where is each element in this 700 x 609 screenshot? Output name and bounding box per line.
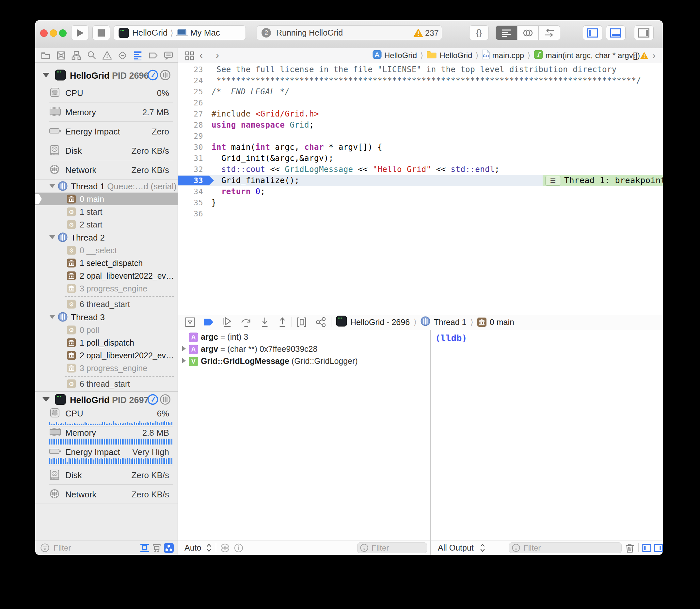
line-number[interactable]: 24	[178, 75, 203, 86]
breadcrumb-item[interactable]: C++main.cpp	[482, 50, 524, 62]
code-snippets-button[interactable]: {}	[469, 25, 489, 40]
toggle-inspector-button[interactable]	[634, 25, 654, 40]
stack-frame-row[interactable]: 2 opal_libevent2022_ev…	[35, 349, 178, 362]
console-filter-input[interactable]	[523, 543, 609, 553]
process-row[interactable]: HelloGrid PID 2696	[35, 68, 178, 83]
stack-frame-row[interactable]: ⚙ 6 thread_start	[35, 298, 178, 310]
back-button[interactable]: ‹	[200, 50, 203, 61]
stack-frame-row[interactable]: 1 select_dispatch	[35, 257, 178, 269]
variable-row[interactable]: A argv = (char **) 0x7ffee9039c28	[178, 343, 430, 355]
variables-filter-input[interactable]	[371, 543, 418, 553]
line-number[interactable]: 27	[178, 108, 203, 119]
toggle-navigator-button[interactable]	[583, 25, 602, 40]
thread-row[interactable]: Thread 1 Queue:…d (serial)	[35, 179, 178, 193]
source-control-navigator-icon[interactable]	[56, 51, 66, 60]
debug-location-item[interactable]: 0 main	[477, 317, 514, 327]
line-number[interactable]: 30	[178, 142, 203, 153]
hide-debug-area-button[interactable]	[185, 317, 195, 327]
pause-process-button[interactable]	[160, 394, 171, 406]
toggle-debug-area-button[interactable]	[606, 25, 626, 40]
line-number[interactable]: 29	[178, 130, 203, 142]
variables-view[interactable]: A argc = (int) 3 A argv = (char **) 0x7f…	[178, 330, 430, 540]
gauge-button[interactable]	[147, 394, 158, 406]
gauge-row-memory[interactable]: Memory 2.8 MB	[35, 427, 178, 446]
info-icon[interactable]	[234, 543, 243, 553]
stack-frame-row[interactable]: ⚙ 2 start	[35, 218, 178, 231]
line-number[interactable]: 35	[178, 197, 203, 208]
debug-navigator-icon[interactable]	[133, 51, 143, 60]
forward-button[interactable]: ›	[216, 50, 219, 61]
console-filter-field[interactable]	[509, 542, 622, 553]
memory-graph-button[interactable]	[315, 317, 326, 327]
gauge-row-energy-impact[interactable]: Energy Impact Zero	[35, 122, 178, 141]
variables-filter-field[interactable]	[357, 542, 427, 553]
previous-issue-button[interactable]: ‹	[633, 50, 636, 61]
step-into-button[interactable]	[260, 317, 269, 327]
gauge-row-memory[interactable]: Memory 2.7 MB	[35, 103, 178, 122]
next-issue-button[interactable]: ›	[652, 50, 655, 61]
line-number[interactable]: 31	[178, 153, 203, 164]
breadcrumb-item[interactable]: HelloGrid	[426, 50, 472, 61]
line-number[interactable]: 32	[178, 164, 203, 175]
warning-icon[interactable]	[413, 29, 423, 37]
continue-button[interactable]	[222, 317, 232, 327]
disclosure-triangle[interactable]	[42, 397, 50, 402]
gauge-row-cpu[interactable]: CPU 0%	[35, 83, 178, 103]
zoom-window-button[interactable]	[59, 29, 67, 37]
source-editor[interactable]: 23 See the full license in the file "LIC…	[178, 63, 663, 314]
process-row[interactable]: HelloGrid PID 2697	[35, 393, 178, 407]
debug-location-item[interactable]: Thread 1	[421, 316, 466, 328]
warning-count[interactable]: 237	[425, 29, 439, 38]
stack-frame-row[interactable]: 0 main	[35, 193, 178, 205]
related-items-icon[interactable]	[185, 51, 194, 61]
line-number[interactable]: 23	[178, 64, 203, 75]
gauge-row-network[interactable]: Network Zero KB/s	[35, 160, 178, 179]
breakpoint-annotation[interactable]: ☰ Thread 1: breakpoint 1.1	[543, 175, 663, 186]
disclosure-triangle[interactable]	[49, 184, 55, 188]
version-editor-button[interactable]	[539, 26, 560, 40]
stack-frame-row[interactable]: ⚙ 0 __select	[35, 244, 178, 257]
find-navigator-icon[interactable]	[87, 51, 97, 60]
thread-row[interactable]: Thread 2	[35, 231, 178, 244]
gauge-row-cpu[interactable]: CPU 6%	[35, 407, 178, 427]
minimize-window-button[interactable]	[50, 29, 57, 37]
disclosure-triangle[interactable]	[182, 358, 186, 363]
scheme-selector[interactable]: HelloGrid ⟩ My Mac	[114, 25, 246, 40]
disclosure-triangle[interactable]	[182, 346, 186, 351]
variable-row[interactable]: V Grid::GridLogMessage (Grid::GridLogger…	[178, 355, 430, 367]
step-over-button[interactable]	[241, 317, 252, 327]
navigator-filter-input[interactable]	[53, 543, 103, 553]
stack-frame-row[interactable]: 3 progress_engine	[35, 362, 178, 375]
stack-frame-row[interactable]: 3 progress_engine	[35, 282, 178, 295]
thread-row[interactable]: Thread 3	[35, 310, 178, 324]
breakpoints-toggle-button[interactable]	[203, 318, 214, 326]
clear-console-button[interactable]	[625, 543, 634, 553]
stack-frame-row[interactable]: 1 poll_dispatch	[35, 336, 178, 349]
line-number[interactable]: 25	[178, 86, 203, 97]
stop-button[interactable]	[92, 25, 110, 40]
view-mode-button[interactable]	[164, 543, 174, 553]
test-navigator-icon[interactable]	[118, 51, 127, 60]
gauge-row-disk[interactable]: Disk Zero KB/s	[35, 141, 178, 160]
filter-running-icon[interactable]	[140, 543, 150, 553]
stack-frame-row[interactable]: ⚙ 6 thread_start	[35, 377, 178, 390]
activity-count-badge[interactable]: 2	[261, 28, 271, 37]
line-number[interactable]: 36	[178, 208, 203, 219]
gauge-row-disk[interactable]: Disk Zero KB/s	[35, 465, 178, 485]
assistant-editor-button[interactable]	[517, 26, 539, 40]
console-scope-select[interactable]: All Output	[438, 543, 474, 553]
stack-frame-row[interactable]: 2 opal_libevent2022_ev…	[35, 269, 178, 282]
issue-navigator-icon[interactable]	[102, 51, 112, 60]
run-button[interactable]	[71, 25, 89, 40]
gauge-button[interactable]	[147, 70, 158, 82]
stack-frame-row[interactable]: ⚙ 1 start	[35, 205, 178, 218]
line-number[interactable]: 34	[178, 186, 203, 197]
debug-location-item[interactable]: HelloGrid - 2696	[336, 316, 410, 329]
standard-editor-button[interactable]	[496, 26, 517, 40]
stepper-icon[interactable]	[206, 543, 212, 553]
breadcrumb-item[interactable]: HelloGrid	[373, 50, 417, 61]
breakpoint-navigator-icon[interactable]	[148, 51, 158, 60]
variables-scope-select[interactable]: Auto	[185, 543, 201, 553]
toggle-console-view-button[interactable]	[654, 543, 663, 553]
view-hierarchy-button[interactable]	[296, 317, 307, 327]
